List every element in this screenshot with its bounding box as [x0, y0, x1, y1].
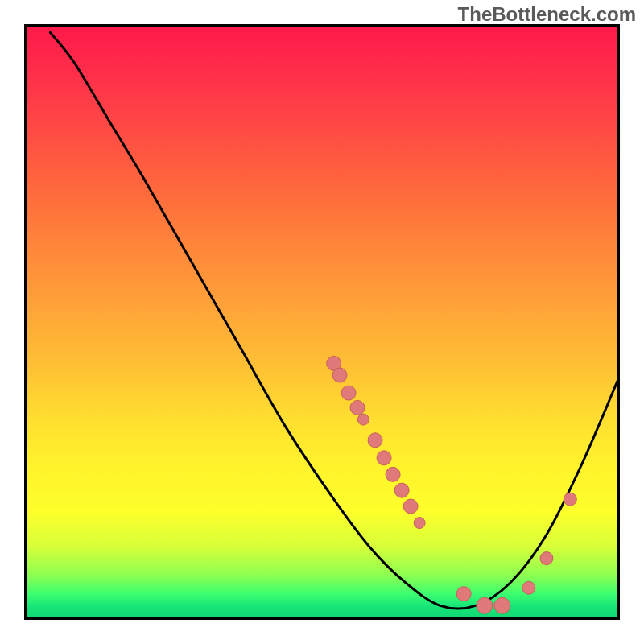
chart-container: TheBottleneck.com — [0, 0, 644, 644]
watermark-text: TheBottleneck.com — [458, 3, 636, 26]
plot-area — [24, 24, 620, 620]
gradient-background — [27, 27, 617, 617]
